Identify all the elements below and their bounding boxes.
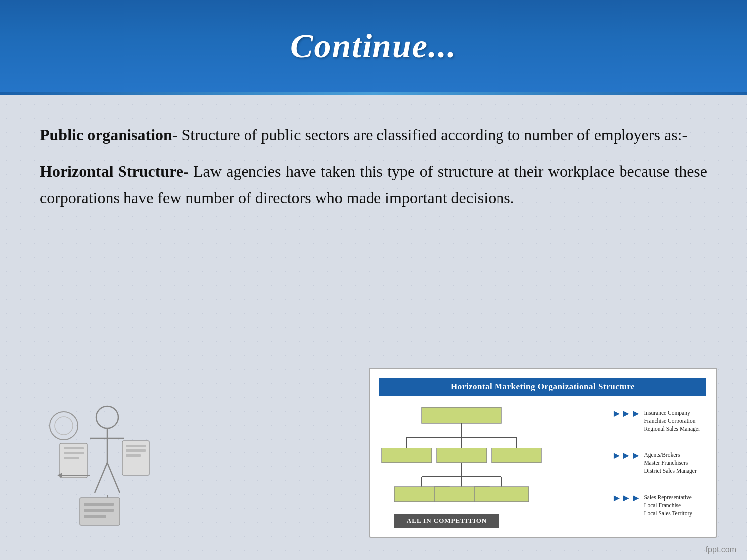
svg-rect-11 — [126, 449, 146, 452]
svg-rect-23 — [422, 407, 501, 423]
label-line-2-1: Agents/Brokers — [644, 451, 696, 459]
label-line-1-2: Franchise Corporation — [644, 417, 700, 425]
label-text-1: Insurance Company Franchise Corporation … — [644, 409, 700, 433]
svg-rect-40 — [409, 502, 514, 507]
label-text-2: Agents/Brokers Master Franchisers Distri… — [644, 451, 696, 475]
paragraph-1: Public organisation- Structure of public… — [40, 122, 707, 148]
illustration — [30, 398, 189, 538]
paragraph-1-text: Structure of public sectors are classifi… — [177, 126, 687, 144]
svg-rect-31 — [492, 448, 541, 463]
label-group-2: ►►► Agents/Brokers Master Franchisers Di… — [612, 451, 706, 475]
svg-rect-21 — [84, 509, 114, 512]
label-line-3-2: Local Franchise — [644, 501, 692, 509]
label-line-2-3: District Sales Manager — [644, 467, 696, 475]
paragraph-2: Horizontal Structure- Law agencies have … — [40, 158, 707, 211]
svg-rect-29 — [382, 448, 432, 463]
label-text-3: Sales Representative Local Franchise Loc… — [644, 493, 692, 517]
label-line-3-1: Sales Representative — [644, 493, 692, 501]
svg-rect-20 — [84, 503, 114, 506]
label-group-3: ►►► Sales Representative Local Franchise… — [612, 493, 706, 517]
svg-rect-6 — [64, 447, 84, 449]
svg-rect-22 — [84, 515, 106, 518]
arrow-icon-2: ►►► — [612, 450, 641, 461]
svg-point-0 — [96, 406, 118, 428]
watermark: fppt.com — [706, 545, 736, 554]
arrow-icon-1: ►►► — [612, 408, 641, 419]
chart-body: ALL IN COMPETITION ►►► Insurance Company… — [379, 403, 706, 528]
chart-title: Horizontal Marketing Organizational Stru… — [379, 378, 706, 396]
chart-boxes: ALL IN COMPETITION — [379, 403, 607, 528]
svg-point-13 — [50, 412, 78, 440]
slide-title: Continue... — [290, 26, 457, 66]
label-line-3-3: Local Sales Territory — [644, 509, 692, 517]
chart-labels: ►►► Insurance Company Franchise Corporat… — [612, 403, 706, 528]
header: Continue... — [0, 0, 747, 92]
arrow-icon-3: ►►► — [612, 492, 641, 504]
label-line-1-3: Regional Sales Manager — [644, 425, 700, 433]
svg-line-3 — [95, 463, 107, 493]
horizontal-structure-label: Horizontal Structure- — [40, 162, 189, 180]
chart-svg — [379, 403, 549, 508]
all-competition-label: ALL IN COMPETITION — [394, 514, 499, 528]
svg-rect-30 — [437, 448, 487, 463]
svg-rect-7 — [64, 452, 84, 454]
slide: Continue... Public organisation- Structu… — [0, 0, 747, 560]
label-group-1: ►►► Insurance Company Franchise Corporat… — [612, 409, 706, 433]
decoration-svg — [30, 398, 179, 533]
public-org-section: Public organisation- Structure of public… — [40, 122, 707, 148]
svg-point-14 — [55, 417, 73, 435]
horizontal-structure-section: Horizontal Structure- Law agencies have … — [40, 158, 707, 211]
svg-line-4 — [107, 463, 120, 493]
main-content: Public organisation- Structure of public… — [0, 95, 747, 235]
label-line-1-1: Insurance Company — [644, 409, 700, 417]
label-line-2-2: Master Franchisers — [644, 459, 696, 467]
svg-rect-12 — [126, 454, 141, 457]
svg-rect-8 — [64, 457, 79, 459]
svg-rect-10 — [126, 445, 146, 447]
bottom-area: Horizontal Marketing Organizational Stru… — [0, 368, 747, 538]
public-org-label: Public organisation- — [40, 126, 177, 144]
svg-rect-39 — [474, 487, 529, 502]
org-chart: Horizontal Marketing Organizational Stru… — [369, 368, 717, 538]
